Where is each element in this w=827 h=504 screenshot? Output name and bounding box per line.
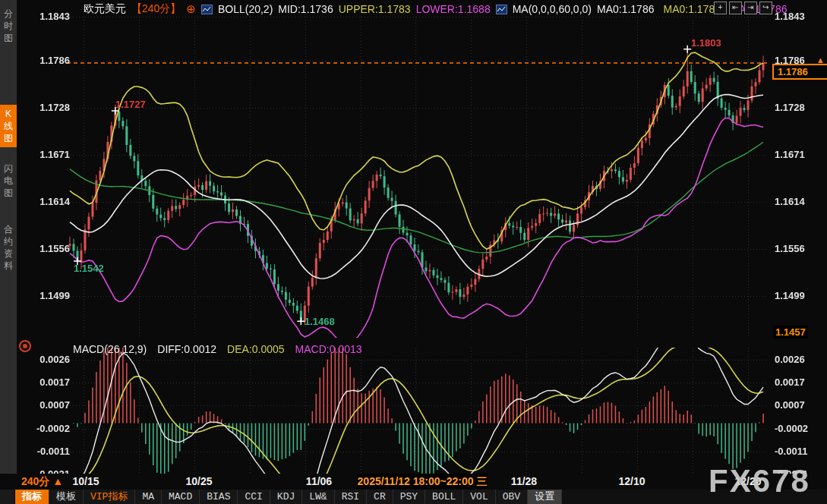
toolbar-item-13[interactable]: VOL: [463, 490, 495, 504]
price-annotation-1.1468: 1.1468: [305, 316, 335, 327]
macd-settings-icon[interactable]: [19, 340, 31, 352]
main-ytick-right-3: 1.1671: [775, 149, 805, 160]
toolbar-item-11[interactable]: PSY: [393, 490, 425, 504]
macd-ytick-left-3: -0.0002: [20, 423, 70, 434]
toolbar-item-1[interactable]: 模板: [49, 490, 84, 504]
chart-header: 欧元美元 【240分】 ⊕ BOLL(20,2) MID:1.1736 UPPE…: [84, 2, 787, 16]
compress-right-icon[interactable]: ⇥: [744, 2, 757, 14]
boll-label: BOLL(20,2): [218, 3, 273, 15]
macd-ytick-left-1: 0.0017: [20, 376, 70, 388]
sidebar-tab-1[interactable]: K线图: [0, 105, 17, 147]
trading-app-window: 分时图K线图闪电图合约资料 欧元美元 【240分】 ⊕ BOLL(20,2) M…: [0, 0, 827, 504]
toolbar-item-12[interactable]: BOLL: [425, 490, 463, 504]
price-annotation-1.1542: 1.1542: [74, 263, 104, 274]
toolbar-item-2[interactable]: VIP指标: [84, 490, 135, 504]
xaxis-label-1: 10/25: [185, 475, 212, 487]
boll-lower-value: LOWER:1.1688: [416, 3, 491, 15]
xaxis-row: 240分 ▲ 10/1510/2511/0611/2812/1012/20 20…: [0, 474, 827, 490]
period-low-tag: 1.1457: [773, 326, 808, 339]
add-indicator-icon[interactable]: ⊕: [186, 2, 196, 16]
sidebar-tab-2[interactable]: 闪电图: [0, 159, 17, 202]
watermark: FX678: [709, 463, 810, 499]
boll-upper-value: UPPER:1.1783: [339, 3, 411, 15]
window-buttons: +⇤⇥↪: [714, 2, 772, 14]
toolbar-item-9[interactable]: RSI: [335, 490, 367, 504]
exit-icon[interactable]: ↪: [759, 2, 772, 14]
boll-chart-icon: [201, 5, 213, 14]
main-ytick-left-6: 1.1499: [20, 290, 70, 301]
xaxis-label-0: 10/15: [72, 475, 99, 487]
toolbar-item-3[interactable]: MA: [135, 490, 162, 504]
current-price-tag: 1.1786: [772, 64, 827, 80]
macd-label: MACD(26,12,9): [73, 343, 147, 355]
sidebar-tab-3[interactable]: 合约资料: [0, 220, 17, 275]
period-label: 【240分】: [131, 2, 181, 16]
toolbar-item-7[interactable]: KDJ: [270, 490, 302, 504]
main-ytick-right-5: 1.1556: [775, 243, 805, 254]
macd-macd-value: MACD:0.0013: [295, 343, 362, 355]
pan-icon[interactable]: +: [714, 2, 727, 14]
xaxis-label-3: 11/28: [511, 475, 537, 487]
indicator-toolbar: 指标模板VIP指标MAMACDBIASCCIKDJLW&RSICRPSYBOLL…: [0, 490, 827, 504]
main-ytick-right-4: 1.1614: [775, 196, 805, 207]
chart-canvas[interactable]: [0, 0, 827, 504]
price-annotation-1.1727: 1.1727: [115, 99, 146, 110]
macd-ytick-left-4: -0.0011: [20, 446, 70, 457]
main-ytick-left-2: 1.1728: [20, 102, 70, 113]
macd-ytick-right-1: 0.0017: [775, 376, 805, 388]
boll-mid-value: MID:1.1736: [278, 3, 333, 15]
xaxis-label-2: 11/06: [306, 475, 332, 487]
crosshair-date-tooltip: 2025/11/12 18:00~22:00 三: [357, 474, 488, 489]
ma-label: MA(0,0,0,60,0,0): [513, 3, 592, 15]
toolbar-item-8[interactable]: LW&: [302, 490, 334, 504]
main-ytick-left-5: 1.1556: [20, 243, 70, 254]
main-ytick-right-6: 1.1499: [775, 290, 805, 301]
macd-dea-value: DEA:0.0005: [227, 343, 285, 355]
toolbar-item-5[interactable]: BIAS: [200, 490, 238, 504]
sidebar: 分时图K线图闪电图合约资料: [0, 0, 17, 504]
toolbar-item-4[interactable]: MACD: [162, 490, 200, 504]
macd-ytick-right-2: 0.0007: [775, 399, 805, 411]
macd-ytick-right-3: -0.0002: [775, 423, 808, 434]
compress-left-icon[interactable]: ⇤: [729, 2, 742, 14]
ma-value-1: MA0:1.1786: [663, 3, 721, 15]
toolbar-spacer: [0, 490, 15, 504]
main-ytick-left-1: 1.1786: [20, 55, 70, 66]
main-ytick-right-2: 1.1728: [775, 102, 805, 113]
macd-ytick-left-0: 0.0026: [20, 354, 70, 365]
ma-value-0: MA0:1.1786: [597, 3, 655, 15]
toolbar-item-10[interactable]: CR: [367, 490, 393, 504]
macd-ytick-right-4: -0.0011: [775, 446, 807, 457]
macd-ytick-right-0: 0.0026: [775, 354, 805, 365]
ma-chart-icon: [496, 5, 507, 14]
toolbar-item-15[interactable]: 设置: [528, 490, 562, 504]
toolbar-item-14[interactable]: OBV: [496, 490, 528, 504]
price-annotation-1.1803: 1.1803: [691, 37, 721, 49]
toolbar-item-6[interactable]: CCI: [238, 490, 270, 504]
main-ytick-left-3: 1.1671: [20, 149, 70, 160]
symbol-title: 欧元美元: [84, 2, 126, 16]
main-ytick-left-0: 1.1843: [20, 11, 70, 22]
toolbar-item-0[interactable]: 指标: [15, 490, 49, 504]
macd-ytick-left-2: 0.0007: [20, 399, 70, 411]
xaxis-label-4: 12/10: [618, 475, 645, 487]
sidebar-tab-0[interactable]: 分时图: [0, 5, 17, 47]
macd-header: MACD(26,12,9) DIFF:0.0012 DEA:0.0005 MAC…: [73, 343, 362, 355]
period-selector[interactable]: 240分 ▲: [21, 475, 63, 489]
main-ytick-left-4: 1.1614: [20, 196, 70, 207]
macd-diff-value: DIFF:0.0012: [157, 343, 216, 355]
